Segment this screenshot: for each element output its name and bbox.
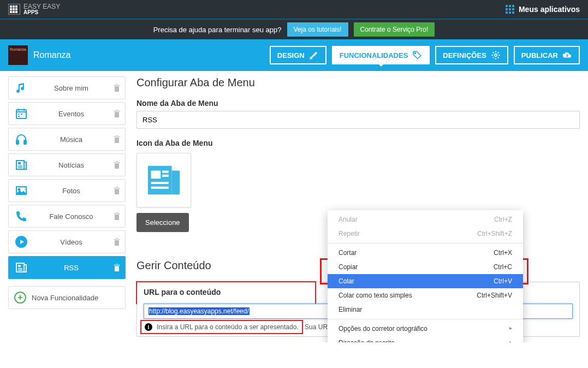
svg-rect-8 — [24, 140, 26, 144]
trash-icon[interactable] — [113, 263, 121, 272]
svg-point-2 — [495, 54, 497, 57]
logo-text: EASY EASYAPPS — [23, 4, 60, 15]
svg-rect-5 — [21, 114, 22, 115]
ctx-redo[interactable]: RepetirCtrl+Shift+Z — [328, 227, 523, 241]
svg-point-0 — [310, 57, 312, 59]
trash-icon[interactable] — [113, 135, 121, 144]
svg-rect-10 — [24, 162, 26, 169]
top-bar: EASY EASYAPPS Meus aplicativos — [0, 0, 588, 20]
svg-rect-6 — [18, 116, 20, 117]
image-icon — [13, 182, 29, 199]
nav-settings[interactable]: DEFINIÇÕES — [435, 46, 508, 64]
svg-point-1 — [414, 52, 415, 54]
my-apps-label: Meus aplicativos — [519, 5, 580, 14]
tab-icon-label: Icon da Aba de Menu — [136, 139, 580, 147]
select-icon-button[interactable]: Seleccione — [136, 213, 189, 232]
nav-functionalities[interactable]: FUNCIONALIDADES — [332, 46, 430, 64]
tutorials-button[interactable]: Veja os tutoriais! — [287, 22, 348, 37]
svg-rect-22 — [162, 175, 169, 177]
svg-rect-17 — [18, 265, 21, 267]
music-note-icon — [13, 80, 29, 96]
logo-grid-icon — [8, 4, 20, 15]
svg-rect-11 — [18, 162, 21, 164]
sidebar-item-events[interactable]: Eventos — [8, 102, 126, 125]
sidebar: Sobre mim Eventos Música Notícias Fotos … — [8, 76, 126, 309]
gear-icon — [491, 50, 501, 60]
ctx-undo[interactable]: AnularCtrl+Z — [328, 212, 523, 227]
my-apps-link[interactable]: Meus aplicativos — [506, 5, 580, 14]
tab-name-label: Nome da Aba de Menu — [136, 99, 580, 108]
ctx-copy[interactable]: CopiarCtrl+C — [328, 260, 523, 274]
sidebar-item-rss[interactable]: RSS — [8, 256, 126, 279]
ctx-delete[interactable]: Eliminar — [328, 302, 523, 317]
svg-rect-19 — [172, 171, 180, 195]
calendar-icon — [13, 105, 29, 122]
svg-rect-20 — [151, 171, 161, 179]
svg-rect-7 — [16, 140, 19, 144]
svg-rect-21 — [162, 171, 169, 173]
trash-icon[interactable] — [113, 212, 121, 221]
trash-icon[interactable] — [113, 161, 121, 169]
app-logo[interactable]: EASY EASYAPPS — [8, 4, 60, 15]
nav-design[interactable]: DESIGN — [270, 46, 326, 64]
apps-grid-icon — [506, 5, 514, 14]
context-menu: AnularCtrl+Z RepetirCtrl+Shift+Z CortarC… — [328, 210, 523, 342]
sidebar-item-about[interactable]: Sobre mim — [8, 76, 126, 99]
page-title: Configurar Aba de Menu — [136, 76, 580, 89]
sidebar-new-feature[interactable]: + Nova Funcionalidade — [8, 286, 126, 309]
app-name-label: Romanza — [33, 50, 70, 60]
help-text: Precisa de ajuda para terminar seu app? — [153, 26, 282, 34]
main-toolbar: Romanza Romanza DESIGN FUNCIONALIDADES D… — [0, 39, 588, 71]
svg-point-13 — [19, 189, 20, 191]
headphones-icon — [13, 131, 29, 147]
nav-publish[interactable]: PUBLICAR — [514, 46, 580, 64]
plus-circle-icon: + — [14, 292, 26, 304]
url-label: URL para o conteúdo — [144, 288, 308, 296]
ctx-paste[interactable]: ColarCtrl+V — [328, 274, 523, 288]
sidebar-item-videos[interactable]: Vídeos — [8, 230, 126, 253]
play-icon — [13, 234, 29, 250]
phone-icon — [13, 208, 29, 224]
svg-rect-4 — [18, 114, 20, 115]
ctx-paste-plain[interactable]: Colar como texto simplesCtrl+Shift+V — [328, 288, 523, 302]
icon-preview — [136, 153, 191, 207]
trash-icon[interactable] — [113, 238, 121, 246]
app-title: Romanza Romanza — [8, 45, 70, 65]
sidebar-item-photos[interactable]: Fotos — [8, 179, 126, 202]
sidebar-item-contact[interactable]: Fale Conosco — [8, 205, 126, 228]
pro-service-button[interactable]: Contrate o Serviço Pro! — [354, 22, 435, 37]
trash-icon[interactable] — [113, 109, 121, 118]
help-bar: Precisa de ajuda para terminar seu app? … — [0, 20, 588, 39]
svg-rect-23 — [151, 182, 169, 184]
tag-icon — [412, 50, 422, 60]
cloud-upload-icon — [562, 50, 572, 60]
trash-icon[interactable] — [113, 84, 121, 92]
ctx-cut[interactable]: CortarCtrl+X — [328, 246, 523, 260]
sidebar-item-music[interactable]: Música — [8, 128, 126, 151]
brush-icon — [309, 50, 319, 60]
svg-rect-16 — [24, 265, 26, 272]
newspaper-icon — [13, 157, 29, 173]
trash-icon[interactable] — [113, 186, 121, 195]
newspaper-icon — [13, 259, 29, 276]
ctx-spell[interactable]: Opções do corretor ortográfico — [328, 322, 523, 336]
svg-rect-24 — [151, 187, 169, 189]
sidebar-item-news[interactable]: Notícias — [8, 153, 126, 176]
app-thumbnail[interactable]: Romanza — [8, 45, 28, 65]
tab-name-input[interactable] — [136, 111, 580, 129]
svg-rect-18 — [148, 166, 172, 195]
url-box-highlight: URL para o conteúdo — [136, 281, 316, 304]
ctx-direction[interactable]: Direcção da escrita — [328, 336, 523, 342]
newspaper-icon — [145, 161, 183, 199]
